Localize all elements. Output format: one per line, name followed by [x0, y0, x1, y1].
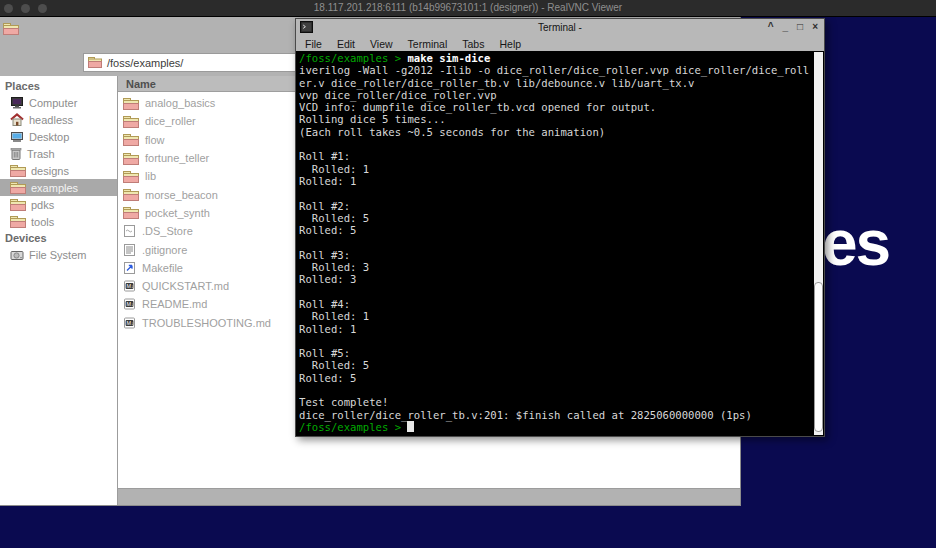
terminal-line: [299, 335, 812, 347]
desktop-wallpaper-text: es: [822, 206, 889, 280]
terminal-line: Rolled: 5: [299, 212, 812, 224]
terminal-text-segment: Roll #3:: [299, 249, 350, 261]
folder-icon: [123, 170, 139, 183]
file-name: README.md: [142, 298, 207, 310]
sidebar-item-tools[interactable]: tools: [0, 213, 117, 230]
terminal-line: Rolled: 3: [299, 261, 812, 273]
menu-terminal[interactable]: Terminal: [408, 38, 448, 50]
terminal-text-segment: Rolling dice 5 times...: [299, 113, 446, 125]
shade-button[interactable]: ^: [768, 21, 774, 33]
folder-icon: [10, 198, 26, 211]
sidebar-item-trash[interactable]: Trash: [0, 145, 117, 162]
terminal-line: Rolled: 5: [299, 359, 812, 371]
file-name: TROUBLESHOOTING.md: [142, 317, 271, 329]
folder-icon: [10, 181, 26, 194]
menu-help[interactable]: Help: [499, 38, 521, 50]
terminal-text-segment: make sim-dice: [407, 52, 490, 64]
terminal-line: vvp dice_roller/dice_roller.vvp: [299, 89, 812, 101]
file-name: Makefile: [142, 262, 183, 274]
terminal-line: Rolled: 1: [299, 163, 812, 175]
terminal-text-segment: Roll #2:: [299, 200, 350, 212]
home-icon: [10, 113, 24, 126]
menu-tabs[interactable]: Tabs: [462, 38, 484, 50]
close-button[interactable]: ×: [812, 21, 818, 33]
terminal-line: Rolled: 5: [299, 372, 812, 384]
svg-text:M↓: M↓: [127, 283, 134, 289]
terminal-line: Rolled: 5: [299, 224, 812, 236]
file-manager-statusbar: [118, 488, 740, 505]
menu-view[interactable]: View: [370, 38, 393, 50]
file-name: analog_basics: [145, 97, 215, 109]
file-markdown-icon: M↓: [123, 279, 136, 293]
terminal-line: /foss/examples >: [299, 421, 812, 433]
folder-icon: [123, 152, 139, 165]
terminal-line: Roll #2:: [299, 200, 812, 212]
terminal-output: /foss/examples > make sim-diceiverilog -…: [299, 52, 812, 436]
places-list: ComputerheadlessDesktopTrashdesignsexamp…: [0, 94, 117, 230]
terminal-line: Test complete!: [299, 396, 812, 408]
terminal-line: [299, 286, 812, 298]
terminal-line: Rolled: 1: [299, 310, 812, 322]
file-name: .gitignore: [142, 244, 187, 256]
sidebar-item-headless[interactable]: headless: [0, 111, 117, 128]
folder-icon: [123, 133, 139, 146]
terminal-line: Roll #4:: [299, 298, 812, 310]
address-folder-icon: [88, 57, 102, 68]
vnc-title: 18.117.201.218:6111 (b14b99673101:1 (des…: [0, 2, 936, 13]
sidebar-item-label: Desktop: [29, 131, 69, 143]
folder-icon: [10, 164, 26, 177]
file-generic-icon: [123, 224, 136, 238]
devices-header: Devices: [0, 230, 117, 246]
terminal-window-controls: ^_□×: [768, 21, 818, 33]
svg-text:M↓: M↓: [127, 301, 134, 307]
file-name: morse_beacon: [145, 189, 218, 201]
trash-icon: [10, 147, 22, 160]
places-sidebar: Places ComputerheadlessDesktopTrashdesig…: [0, 76, 118, 505]
places-header: Places: [0, 78, 117, 94]
terminal-text-segment: Rolled: 5: [299, 372, 356, 384]
terminal-cursor: [407, 421, 413, 432]
desktop-icon: [10, 130, 24, 143]
devices-list: File System: [0, 246, 117, 263]
folder-icon: [123, 97, 139, 110]
terminal-text-segment: vvp dice_roller/dice_roller.vvp: [299, 89, 497, 101]
terminal-text-segment: /foss/examples >: [299, 421, 407, 433]
terminal-line: [299, 187, 812, 199]
terminal-text-segment: dice_roller/dice_roller_tb.v:201: $finis…: [299, 409, 752, 421]
file-script-icon: [123, 261, 136, 275]
menu-file[interactable]: File: [305, 38, 322, 50]
terminal-text-segment: er.v dice_roller/dice_roller_tb.v lib/de…: [299, 77, 694, 89]
sidebar-item-label: examples: [31, 182, 78, 194]
terminal-menubar: FileEditViewTerminalTabsHelp: [296, 36, 824, 51]
terminal-line: VCD info: dumpfile dice_roller_tb.vcd op…: [299, 101, 812, 113]
terminal-text-segment: /foss/examples >: [299, 52, 407, 64]
sidebar-item-examples[interactable]: examples: [0, 179, 117, 196]
terminal-content[interactable]: /foss/examples > make sim-diceiverilog -…: [296, 51, 824, 436]
terminal-scrollbar-thumb[interactable]: [814, 282, 823, 432]
terminal-line: er.v dice_roller/dice_roller_tb.v lib/de…: [299, 77, 812, 89]
terminal-line: Rolled: 1: [299, 323, 812, 335]
toolbar-folder-icon[interactable]: [3, 22, 19, 35]
terminal-titlebar[interactable]: Terminal - ^_□×: [296, 19, 824, 36]
terminal-text-segment: Roll #5:: [299, 347, 350, 359]
terminal-text-segment: Roll #1:: [299, 150, 350, 162]
terminal-scrollbar[interactable]: [814, 52, 823, 435]
sidebar-item-pdks[interactable]: pdks: [0, 196, 117, 213]
sidebar-item-file-system[interactable]: File System: [0, 246, 117, 263]
terminal-line: Rolled: 1: [299, 175, 812, 187]
sidebar-item-designs[interactable]: designs: [0, 162, 117, 179]
sidebar-item-label: pdks: [31, 199, 54, 211]
terminal-text-segment: (Each roll takes ~0.5 seconds for the an…: [299, 126, 605, 138]
menu-edit[interactable]: Edit: [337, 38, 355, 50]
terminal-window: Terminal - ^_□× FileEditViewTerminalTabs…: [295, 18, 825, 437]
file-markdown-icon: M↓: [123, 297, 136, 311]
terminal-line: Rolling dice 5 times...: [299, 113, 812, 125]
sidebar-item-desktop[interactable]: Desktop: [0, 128, 117, 145]
terminal-text-segment: Rolled: 1: [299, 310, 369, 322]
address-path: /foss/examples/: [107, 57, 183, 69]
terminal-text-segment: iverilog -Wall -g2012 -Ilib -o dice_roll…: [299, 64, 809, 76]
minimize-button[interactable]: _: [783, 21, 789, 33]
maximize-button[interactable]: □: [797, 21, 803, 33]
sidebar-item-computer[interactable]: Computer: [0, 94, 117, 111]
terminal-line: Roll #1:: [299, 150, 812, 162]
